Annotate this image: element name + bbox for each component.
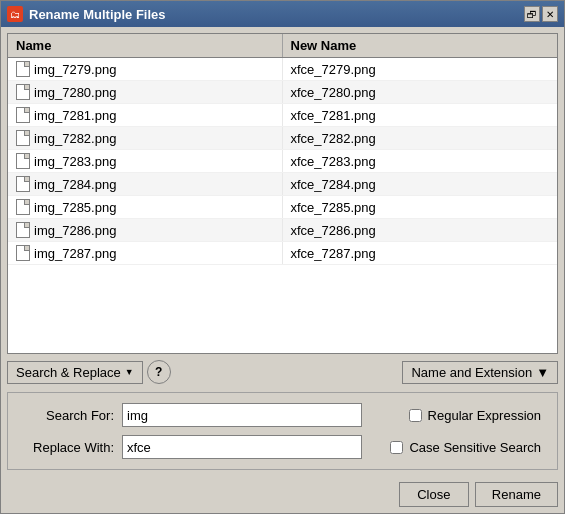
mode-left: Search & Replace ▼ ? [7, 360, 171, 384]
case-area: Case Sensitive Search [390, 440, 541, 455]
regex-checkbox[interactable] [409, 409, 422, 422]
table-cell-name: img_7283.png [8, 150, 283, 172]
table-cell-name: img_7279.png [8, 58, 283, 80]
action-row: Close Rename [7, 478, 558, 507]
new-filename: xfce_7280.png [291, 85, 376, 100]
file-icon [16, 130, 30, 146]
table-row: img_7282.pngxfce_7282.png [8, 127, 557, 150]
table-row: img_7284.pngxfce_7284.png [8, 173, 557, 196]
table-row: img_7283.pngxfce_7283.png [8, 150, 557, 173]
mode-dropdown-button[interactable]: Search & Replace ▼ [7, 361, 143, 384]
table-cell-name: img_7286.png [8, 219, 283, 241]
table-cell-name: img_7285.png [8, 196, 283, 218]
table-cell-newname: xfce_7279.png [283, 58, 558, 80]
file-table: Name New Name img_7279.pngxfce_7279.pngi… [7, 33, 558, 354]
table-cell-newname: xfce_7284.png [283, 173, 558, 195]
file-icon [16, 199, 30, 215]
table-cell-name: img_7284.png [8, 173, 283, 195]
file-icon [16, 107, 30, 123]
replace-input[interactable] [122, 435, 362, 459]
table-cell-name: img_7280.png [8, 81, 283, 103]
name-ext-label: Name and Extension [411, 365, 532, 380]
title-bar-left: 🗂 Rename Multiple Files [7, 6, 166, 22]
main-content: Name New Name img_7279.pngxfce_7279.pngi… [1, 27, 564, 513]
case-row: Case Sensitive Search [390, 440, 541, 455]
title-bar-controls: 🗗 ✕ [524, 6, 558, 22]
search-label: Search For: [24, 408, 114, 423]
table-cell-name: img_7282.png [8, 127, 283, 149]
mode-dropdown-label: Search & Replace [16, 365, 121, 380]
table-header: Name New Name [8, 34, 557, 58]
table-cell-newname: xfce_7286.png [283, 219, 558, 241]
filename: img_7284.png [34, 177, 116, 192]
main-window: 🗂 Rename Multiple Files 🗗 ✕ Name New Nam… [0, 0, 565, 514]
form-section: Search For: Regular Expression Replace W… [7, 392, 558, 470]
file-icon [16, 84, 30, 100]
table-cell-newname: xfce_7282.png [283, 127, 558, 149]
restore-button[interactable]: 🗗 [524, 6, 540, 22]
search-input[interactable] [122, 403, 362, 427]
app-icon: 🗂 [7, 6, 23, 22]
table-body: img_7279.pngxfce_7279.pngimg_7280.pngxfc… [8, 58, 557, 265]
filename: img_7282.png [34, 131, 116, 146]
table-row: img_7280.pngxfce_7280.png [8, 81, 557, 104]
table-cell-name: img_7281.png [8, 104, 283, 126]
filename: img_7283.png [34, 154, 116, 169]
checkbox-area: Regular Expression [409, 408, 541, 423]
name-ext-arrow-icon: ▼ [536, 365, 549, 380]
rename-button[interactable]: Rename [475, 482, 558, 507]
filename: img_7279.png [34, 62, 116, 77]
filename: img_7280.png [34, 85, 116, 100]
filename: img_7287.png [34, 246, 116, 261]
dropdown-arrow-icon: ▼ [125, 367, 134, 377]
case-label: Case Sensitive Search [409, 440, 541, 455]
new-filename: xfce_7286.png [291, 223, 376, 238]
close-window-button[interactable]: ✕ [542, 6, 558, 22]
name-extension-button[interactable]: Name and Extension ▼ [402, 361, 558, 384]
title-bar: 🗂 Rename Multiple Files 🗗 ✕ [1, 1, 564, 27]
file-icon [16, 245, 30, 261]
table-cell-newname: xfce_7283.png [283, 150, 558, 172]
table-cell-name: img_7287.png [8, 242, 283, 264]
new-filename: xfce_7285.png [291, 200, 376, 215]
help-button[interactable]: ? [147, 360, 171, 384]
regex-label: Regular Expression [428, 408, 541, 423]
table-cell-newname: xfce_7285.png [283, 196, 558, 218]
new-filename: xfce_7281.png [291, 108, 376, 123]
mode-row: Search & Replace ▼ ? Name and Extension … [7, 360, 558, 384]
table-row: img_7279.pngxfce_7279.png [8, 58, 557, 81]
col-newname-header: New Name [283, 34, 558, 57]
replace-label: Replace With: [24, 440, 114, 455]
table-row: img_7287.pngxfce_7287.png [8, 242, 557, 265]
new-filename: xfce_7282.png [291, 131, 376, 146]
bottom-section: Search & Replace ▼ ? Name and Extension … [7, 360, 558, 507]
file-icon [16, 176, 30, 192]
table-row: img_7281.pngxfce_7281.png [8, 104, 557, 127]
table-row: img_7286.pngxfce_7286.png [8, 219, 557, 242]
new-filename: xfce_7283.png [291, 154, 376, 169]
filename: img_7286.png [34, 223, 116, 238]
new-filename: xfce_7284.png [291, 177, 376, 192]
file-icon [16, 222, 30, 238]
table-row: img_7285.pngxfce_7285.png [8, 196, 557, 219]
search-row: Search For: Regular Expression [24, 403, 541, 427]
regex-row: Regular Expression [409, 408, 541, 423]
new-filename: xfce_7279.png [291, 62, 376, 77]
table-cell-newname: xfce_7287.png [283, 242, 558, 264]
case-checkbox[interactable] [390, 441, 403, 454]
window-title: Rename Multiple Files [29, 7, 166, 22]
filename: img_7285.png [34, 200, 116, 215]
close-button[interactable]: Close [399, 482, 469, 507]
replace-row: Replace With: Case Sensitive Search [24, 435, 541, 459]
filename: img_7281.png [34, 108, 116, 123]
file-icon [16, 61, 30, 77]
file-icon [16, 153, 30, 169]
table-cell-newname: xfce_7280.png [283, 81, 558, 103]
new-filename: xfce_7287.png [291, 246, 376, 261]
col-name-header: Name [8, 34, 283, 57]
table-cell-newname: xfce_7281.png [283, 104, 558, 126]
